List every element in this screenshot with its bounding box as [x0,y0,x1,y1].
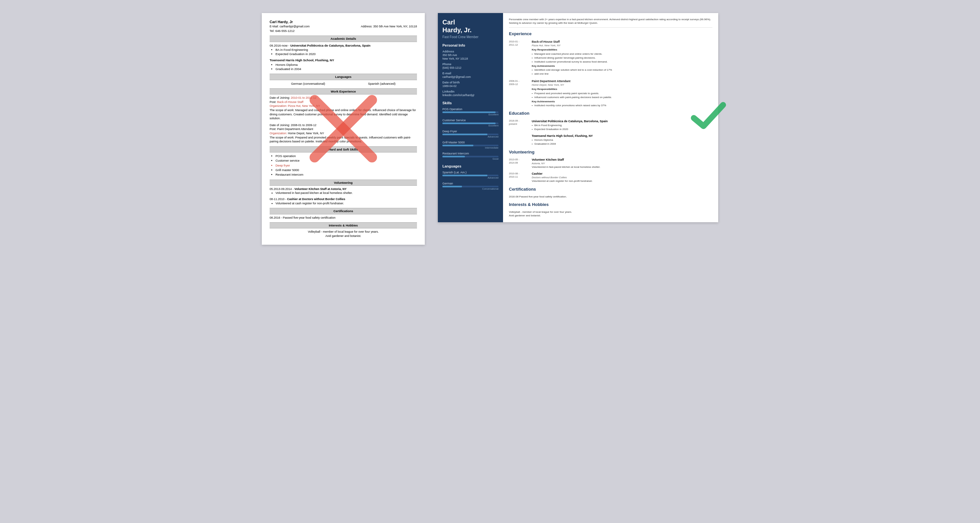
right-phone: (646) 555-1212 [442,66,498,70]
right-exp-1-title: Back-of-House Staff [532,40,712,44]
right-vol-2-text: Volunteered at cash register for non-pro… [532,179,712,183]
left-skills-list: POS operation Customer service Deep frye… [275,154,417,176]
left-tel: Tel: 646-555-1212 [270,29,417,33]
right-exp-1-achieve-1: Identified cold storage solution which l… [532,68,712,72]
left-lang-2: Spanish (advanced) [368,81,396,86]
right-exp-2-achieve-1: Instituted monthly color promotions whic… [532,103,712,107]
right-edu-2-school: Townsend Harris High School, Flushing, N… [532,134,712,138]
right-exp-header: Experience [509,31,712,37]
left-work-2-scope: The scope of work: Prepared and promoted… [270,135,417,144]
left-vol-1-item-1: Volunteered in fast-paced kitchen at loc… [275,191,417,195]
left-edu-1: 09.2016-now - Universitat Politècnica de… [270,43,417,56]
left-edu-1-item-2: Expected Graduation in 2020 [275,52,417,56]
right-dob-label: Date of birth [442,81,498,84]
right-exp-2-resp-header: Key Responsibilities [532,87,712,91]
left-languages: German (conversational) Spanish (advance… [270,81,417,86]
left-skill-1: POS operation [275,154,417,158]
left-academic-header: Academic Details [270,35,417,42]
left-skill-5: Restaurant intercom [275,172,417,176]
right-edu-2-details: Townsend Harris High School, Flushing, N… [532,134,712,146]
right-vol-1: 2013-05 -2014-09 Volunteer Kitchen Staff… [509,158,712,169]
left-edu-1-dates: 09.2016-now - Universitat Politècnica de… [270,43,417,48]
right-vol-2-dates: 2010-08 -2010-11 [509,172,532,183]
right-personal-header: Personal Info [442,43,498,47]
right-email: carlhardyjr@gmail.com [442,75,498,79]
right-exp-1-resp-1: Managed and coached phone and online ord… [532,52,712,56]
right-exp-1-achieve-2: add one line [532,72,712,76]
right-exp-1-resp-3: Instituted customer promotional survey t… [532,60,712,64]
right-linkedin: linkedin.com/in/carlhardyjr [442,94,498,97]
right-vol-1-title: Volunteer Kitchen Staff [532,158,712,162]
left-work-1-scope: The scope of work: Managed and coached p… [270,108,417,121]
right-exp-2-dates: 2008-01 -2009-12 [509,79,532,108]
right-address: 350 5th AveNew York, NY 10118 [442,53,498,60]
left-vol-2-item-1: Volunteered at cash register for non-pro… [275,201,417,206]
right-linkedin-label: LinkedIn [442,90,498,93]
right-skill-3: Deep Fryer Advanced [442,130,498,138]
left-work-2-post: Post: Paint Department Attendant [270,127,417,131]
left-lang-header: Languages [270,74,417,80]
left-hobbies-text: Volleyball - member of local league for … [270,230,417,238]
left-lang-1: German (conversational) [291,81,325,86]
right-phone-label: Phone [442,62,498,66]
right-vol-2-title: Cashier [532,172,712,176]
left-hobbies-line2: Avid gardener and botanist. [270,234,417,238]
right-vol-1-dates: 2013-05 -2014-09 [509,158,532,169]
right-vol-2-company: Doctors without Border Collies [532,176,712,179]
right-hobbies-line2: Avid gardener and botanist. [509,214,712,217]
right-exp-2: 2008-01 -2009-12 Paint Department Attend… [509,79,712,108]
page-container: Carl Hardy, Jr E-Mail: carlhardyjr@gmail… [262,13,718,245]
right-edu-1-dates: 2016-09 -present [509,119,532,131]
right-skill-2: Customer Service Excellent [442,119,498,127]
left-work-1-org: Organization: Pizza Hut, New York, NY [270,104,417,108]
left-work-header: Work Experience [270,88,417,94]
right-hobbies: Volleyball - member of local league for … [509,210,712,217]
left-cert-text: 08.2016 - Passed five-year food safety c… [270,216,417,220]
left-vol-2: 08-11.2010 - Cashier at Doctors without … [270,197,417,205]
right-exp-1: 2010-01 -2011-12 Back-of-House Staff Piz… [509,40,712,76]
right-edu-2-item-1: Honors Diploma [532,138,712,142]
left-work-1: Date of Joining: 2010-01 to 2011-12 Post… [270,96,417,121]
left-vol-1: 05.2013-09.2014 - Volunteer Kitchen Staf… [270,187,417,195]
right-edu-2-item-2: Graduated in 2004 [532,142,712,146]
right-exp-2-company: Home Depot, New York, NY [532,83,712,87]
left-contact: E-Mail: carlhardyjr@gmail.com Address: 3… [270,24,417,29]
right-exp-2-resp-1: Prepared and promoted weekly paint speci… [532,92,712,95]
right-hobbies-line1: Volleyball - member of local league for … [509,210,712,214]
right-hobbies-header: Interests & Hobbies [509,202,712,208]
left-vol-header: Volunteering [270,180,417,186]
right-exp-2-title: Paint Department Attendant [532,79,712,83]
left-work-2: Date of Joining: 2008-01 to 2009-12 Post… [270,123,417,144]
right-edu-2: Townsend Harris High School, Flushing, N… [509,134,712,146]
left-vol-2-dates-title: 08-11.2010 - Cashier at Doctors without … [270,197,417,201]
left-skill-2: Customer service [275,158,417,162]
left-work-1-dates: Date of Joining: 2010-01 to 2011-12 [270,96,417,100]
right-exp-1-resp-header: Key Responsibilities [532,48,712,51]
left-name: Carl Hardy, Jr [270,19,417,24]
left-work-2-org: Organization: Home Depot, New York, NY [270,131,417,135]
right-edu-1-details: Universitat Politècnica de Catalunya, Ba… [532,119,712,131]
right-lang-header: Languages [442,164,498,168]
right-exp-1-resp-2: Influenced dining guests' beverage-pairi… [532,56,712,60]
right-email-label: E-mail [442,72,498,75]
left-skill-4: Grill master 5000 [275,168,417,172]
right-exp-2-details: Paint Department Attendant Home Depot, N… [532,79,712,108]
left-email: E-Mail: carlhardyjr@gmail.com [270,24,310,29]
right-skills-header: Skills [442,101,498,105]
right-edu-header: Education [509,110,712,116]
right-address-label: Address [442,50,498,53]
right-skill-5: Restaurant Intercom Good [442,152,498,160]
right-sidebar: Carl Hardy, Jr. Fast Food Crew Member Pe… [438,13,503,222]
left-edu-2-item-1: Honors Diploma [275,62,417,67]
left-edu-1-item-1: BA in Food Engineering [275,48,417,52]
right-name: Carl Hardy, Jr. [442,18,498,34]
right-edu-1: 2016-09 -present Universitat Politècnica… [509,119,712,131]
right-exp-2-resp-2: Influenced customers with paint-pairing … [532,95,712,99]
right-vol-2: 2010-08 -2010-11 Cashier Doctors without… [509,172,712,183]
left-hobbies-line1: Volleyball - member of local league for … [270,230,417,234]
left-cert-header: Certifications [270,208,417,214]
right-edu-2-dates [509,134,532,146]
left-vol-1-dates-title: 05.2013-09.2014 - Volunteer Kitchen Staf… [270,187,417,191]
right-vol-2-details: Cashier Doctors without Border Collies V… [532,172,712,183]
right-vol-header: Volunteering [509,149,712,155]
